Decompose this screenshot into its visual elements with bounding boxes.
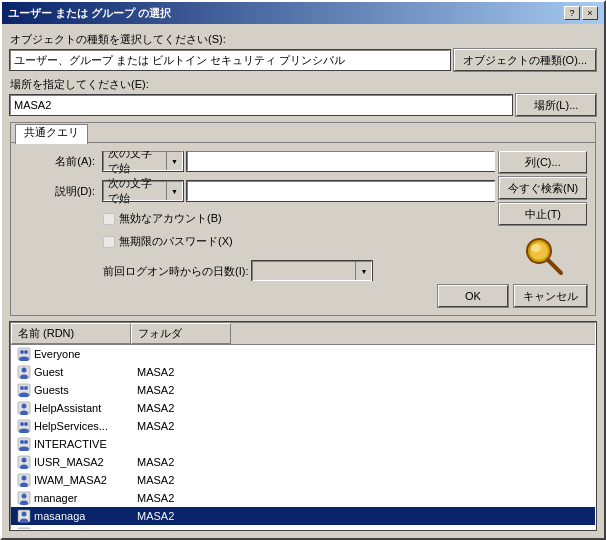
- stop-button[interactable]: 中止(T): [499, 203, 587, 225]
- tab-body: 名前(A): 次の文字で始 ▼ 説明(D): 次の文字で始: [11, 142, 595, 315]
- row-name: NETWORK: [34, 528, 90, 529]
- table-row[interactable]: GuestsMASA2: [11, 381, 595, 399]
- content-area: オブジェクトの種類を選択してください(S): ユーザー、グループ または ビルト…: [2, 24, 604, 538]
- group-icon: [17, 527, 31, 529]
- results-header: 名前 (RDN) フォルダ: [11, 323, 595, 345]
- location-button[interactable]: 場所(L)...: [516, 94, 596, 116]
- col-header-name[interactable]: 名前 (RDN): [11, 323, 131, 344]
- name-combo[interactable]: 次の文字で始 ▼: [103, 151, 183, 171]
- tab-header: 共通クエリ: [11, 123, 595, 143]
- days-label: 前回ログオン時からの日数(I):: [103, 264, 248, 279]
- row-name: HelpAssistant: [34, 402, 101, 414]
- name-input[interactable]: [187, 151, 495, 171]
- row-folder: MASA2: [131, 419, 231, 433]
- disabled-accounts-label: 無効なアカウント(B): [119, 211, 222, 226]
- table-row[interactable]: INTERACTIVE: [11, 435, 595, 453]
- user-icon: [17, 455, 31, 469]
- table-row[interactable]: managerMASA2: [11, 489, 595, 507]
- ok-button[interactable]: OK: [438, 285, 508, 307]
- svg-point-6: [24, 350, 28, 354]
- row-folder: MASA2: [131, 473, 231, 487]
- row-name: IWAM_MASA2: [34, 474, 107, 486]
- svg-point-36: [22, 512, 27, 517]
- main-window: ユーザー または グループ の選択 ? × オブジェクトの種類を選択してください…: [0, 0, 606, 540]
- row-name: IUSR_MASA2: [34, 456, 104, 468]
- table-row[interactable]: IUSR_MASA2MASA2: [11, 453, 595, 471]
- svg-point-13: [24, 386, 28, 390]
- results-body: Everyone GuestMASA2 GuestsMASA2 HelpAssi…: [11, 345, 595, 529]
- table-row[interactable]: Everyone: [11, 345, 595, 363]
- search-now-button[interactable]: 今すぐ検索(N): [499, 177, 587, 199]
- table-row[interactable]: HelpAssistantMASA2: [11, 399, 595, 417]
- user-icon: [17, 365, 31, 379]
- user-icon: [17, 401, 31, 415]
- table-row[interactable]: HelpServices...MASA2: [11, 417, 595, 435]
- desc-label: 説明(D):: [19, 184, 99, 199]
- query-tab-container: 共通クエリ 名前(A): 次の文字で始 ▼: [10, 122, 596, 316]
- location-row: MASA2 場所(L)...: [10, 94, 596, 116]
- close-button[interactable]: ×: [582, 6, 598, 20]
- group-icon: [17, 347, 31, 361]
- search-icon: [519, 231, 567, 279]
- bottom-buttons: OK キャンセル: [19, 285, 587, 307]
- location-label: 場所を指定してください(E):: [10, 77, 596, 92]
- group-icon: [17, 437, 31, 451]
- common-query-tab[interactable]: 共通クエリ: [15, 124, 88, 144]
- results-area: 名前 (RDN) フォルダ Everyone GuestMASA2 Guests…: [10, 322, 596, 530]
- col-header-folder[interactable]: フォルダ: [131, 323, 231, 344]
- desc-row: 説明(D): 次の文字で始 ▼: [19, 181, 495, 201]
- row-name: INTERACTIVE: [34, 438, 107, 450]
- row-name: Everyone: [34, 348, 80, 360]
- no-expire-password-label: 無期限のパスワード(X): [119, 234, 233, 249]
- svg-line-2: [548, 260, 561, 273]
- svg-point-30: [22, 476, 27, 481]
- row-name: HelpServices...: [34, 420, 108, 432]
- user-icon: [17, 491, 31, 505]
- object-type-field: ユーザー、グループ または ビルトイン セキュリティ プリンシパル: [10, 50, 450, 70]
- table-row[interactable]: IWAM_MASA2MASA2: [11, 471, 595, 489]
- svg-point-3: [531, 244, 541, 252]
- svg-point-33: [22, 494, 27, 499]
- row-folder: MASA2: [131, 455, 231, 469]
- object-type-row: ユーザー、グループ または ビルトイン セキュリティ プリンシパル オブジェクト…: [10, 49, 596, 71]
- row-name: Guest: [34, 366, 63, 378]
- days-combo-arrow: ▼: [355, 262, 371, 280]
- main-area: 名前(A): 次の文字で始 ▼ 説明(D): 次の文字で始: [19, 151, 587, 281]
- cancel-button[interactable]: キャンセル: [514, 285, 587, 307]
- svg-point-12: [20, 386, 24, 390]
- row-folder: MASA2: [131, 509, 231, 523]
- days-combo[interactable]: ▼: [252, 261, 372, 281]
- table-row[interactable]: NETWORK: [11, 525, 595, 529]
- help-button[interactable]: ?: [564, 6, 580, 20]
- object-type-button[interactable]: オブジェクトの種類(O)...: [454, 49, 596, 71]
- right-buttons: 列(C)... 今すぐ検索(N) 中止(T): [499, 151, 587, 281]
- desc-combo-arrow: ▼: [166, 182, 182, 200]
- svg-point-5: [20, 350, 24, 354]
- table-row[interactable]: GuestMASA2: [11, 363, 595, 381]
- row-folder: [131, 353, 231, 355]
- svg-point-24: [24, 440, 28, 444]
- group-icon: [17, 383, 31, 397]
- location-field: MASA2: [10, 95, 512, 115]
- no-expire-password-checkbox[interactable]: [103, 236, 115, 248]
- columns-button[interactable]: 列(C)...: [499, 151, 587, 173]
- name-row: 名前(A): 次の文字で始 ▼: [19, 151, 495, 171]
- row-name: manager: [34, 492, 77, 504]
- svg-point-9: [22, 368, 27, 373]
- row-folder: MASA2: [131, 383, 231, 397]
- search-icon-area: [499, 229, 587, 281]
- window-title: ユーザー または グループ の選択: [8, 6, 171, 21]
- desc-input[interactable]: [187, 181, 495, 201]
- row-name: masanaga: [34, 510, 85, 522]
- row-name: Guests: [34, 384, 69, 396]
- disabled-accounts-checkbox[interactable]: [103, 213, 115, 225]
- table-row[interactable]: masanagaMASA2: [11, 507, 595, 525]
- svg-point-27: [22, 458, 27, 463]
- row-folder: MASA2: [131, 401, 231, 415]
- desc-combo[interactable]: 次の文字で始 ▼: [103, 181, 183, 201]
- left-panel: 名前(A): 次の文字で始 ▼ 説明(D): 次の文字で始: [19, 151, 495, 281]
- user-icon: [17, 473, 31, 487]
- svg-point-23: [20, 440, 24, 444]
- svg-point-20: [24, 422, 28, 426]
- name-label: 名前(A):: [19, 154, 99, 169]
